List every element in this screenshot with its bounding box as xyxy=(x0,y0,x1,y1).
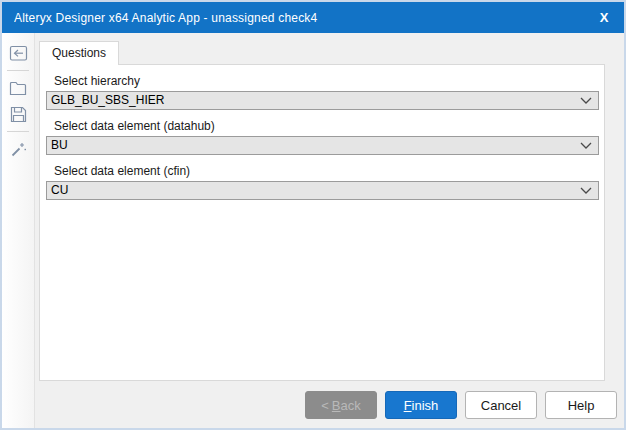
tab-questions[interactable]: Questions xyxy=(39,41,119,65)
help-button[interactable]: Help xyxy=(545,391,617,419)
select-cfin-value: CU xyxy=(51,182,580,199)
window-title: Alteryx Designer x64 Analytic App - unas… xyxy=(14,11,584,25)
finish-button-rest: inish xyxy=(412,398,439,413)
select-datahub-value: BU xyxy=(51,137,580,154)
finish-button-mnemonic: F xyxy=(404,398,412,413)
select-datahub-label: Select data element (datahub) xyxy=(46,119,599,134)
main-area: Questions Select hierarchy GLB_BU_SBS_HI… xyxy=(35,33,624,428)
toolbar-separator xyxy=(7,70,29,71)
tab-label: Questions xyxy=(52,46,106,60)
dialog-button-row: <Back Finish Cancel Help xyxy=(35,391,617,419)
close-button[interactable]: X xyxy=(584,2,624,33)
dialog-body: Questions Select hierarchy GLB_BU_SBS_HI… xyxy=(2,33,624,428)
titlebar[interactable]: Alteryx Designer x64 Analytic App - unas… xyxy=(2,2,624,33)
close-icon: X xyxy=(600,10,609,25)
back-button-rest: ack xyxy=(341,398,361,413)
question-group-hierarchy: Select hierarchy GLB_BU_SBS_HIER xyxy=(46,74,599,110)
question-group-cfin: Select data element (cfin) CU xyxy=(46,164,599,200)
app-window: Alteryx Designer x64 Analytic App - unas… xyxy=(0,0,626,430)
select-cfin-dropdown[interactable]: CU xyxy=(46,181,599,200)
back-button-prefix: < xyxy=(321,398,329,413)
questions-panel: Select hierarchy GLB_BU_SBS_HIER Select … xyxy=(39,64,605,381)
back-button: <Back xyxy=(305,391,377,419)
left-toolbar xyxy=(2,33,35,428)
select-hierarchy-label: Select hierarchy xyxy=(46,74,599,89)
select-datahub-dropdown[interactable]: BU xyxy=(46,136,599,155)
select-hierarchy-value: GLB_BU_SBS_HIER xyxy=(51,92,580,109)
cancel-button[interactable]: Cancel xyxy=(465,391,537,419)
save-icon[interactable] xyxy=(7,103,29,125)
toolbar-separator xyxy=(7,131,29,132)
open-folder-icon[interactable] xyxy=(7,77,29,99)
magic-wand-icon[interactable] xyxy=(7,138,29,160)
question-group-datahub: Select data element (datahub) BU xyxy=(46,119,599,155)
chevron-down-icon xyxy=(580,187,592,194)
back-button-mnemonic: B xyxy=(332,398,341,413)
chevron-down-icon xyxy=(580,142,592,149)
finish-button[interactable]: Finish xyxy=(385,391,457,419)
back-panel-icon[interactable] xyxy=(7,42,29,64)
select-cfin-label: Select data element (cfin) xyxy=(46,164,599,179)
chevron-down-icon xyxy=(580,97,592,104)
select-hierarchy-dropdown[interactable]: GLB_BU_SBS_HIER xyxy=(46,91,599,110)
